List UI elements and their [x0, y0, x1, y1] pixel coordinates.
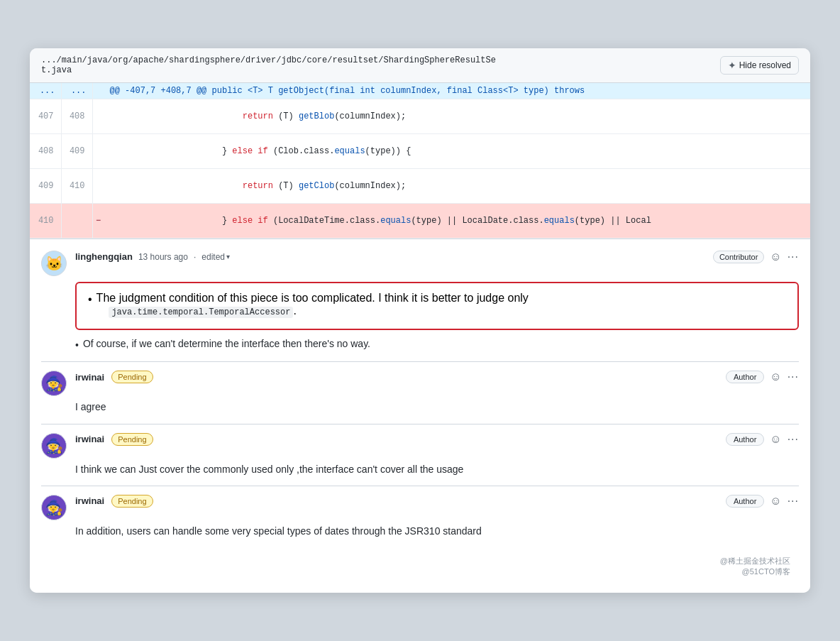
reply-3-header: 🧙 irwinai Pending Author ☺ ··· — [41, 495, 799, 520]
comment-body-2: • Of course, if we can't determine the i… — [75, 336, 799, 353]
main-comment-header: 🐱 linghengqian 13 hours ago · edited ▾ C… — [41, 251, 799, 276]
line-num-old: 409 — [30, 168, 61, 203]
file-path: .../main/java/org/apache/shardingsphere/… — [41, 55, 496, 75]
hide-resolved-button[interactable]: ✦ Hide resolved — [720, 56, 799, 75]
bullet-dot: • — [88, 293, 92, 306]
avatar-emoji-3: 🧙 — [45, 499, 63, 516]
reply-1-more-options-button[interactable]: ··· — [788, 371, 799, 383]
contributor-badge: Contributor — [713, 251, 764, 263]
reply-3-more-options-button[interactable]: ··· — [788, 495, 799, 508]
diff-hunk-row: ... ... @@ -407,7 +408,7 @@ public <T> T… — [30, 83, 810, 99]
reply-2-more-options-button[interactable]: ··· — [788, 433, 799, 446]
line-num-new: 409 — [61, 133, 92, 168]
reply-3: 🧙 irwinai Pending Author ☺ ··· In additi… — [41, 495, 799, 539]
comment-section: 🐱 linghengqian 13 hours ago · edited ▾ C… — [30, 239, 810, 593]
inline-code: java.time.temporal.TemporalAccessor — [109, 307, 293, 318]
avatar-emoji-1: 🧙 — [45, 375, 63, 392]
reply-1-emoji-button[interactable]: ☺ — [770, 371, 781, 383]
reply-2-author-badge: Author — [726, 433, 764, 446]
diff-row: 408 409 } else if (Clob.class.equals(typ… — [30, 133, 810, 168]
reply-2-meta: irwinai Pending Author ☺ ··· — [75, 433, 799, 446]
reply-3-emoji-button[interactable]: ☺ — [770, 495, 781, 508]
reply-3-meta: irwinai Pending Author ☺ ··· — [75, 495, 799, 508]
comment-user-row: linghengqian 13 hours ago · edited ▾ Con… — [75, 251, 799, 263]
comment-timestamp: 13 hours ago — [138, 252, 188, 262]
watermark: @稀土掘金技术社区 @51CTO博客 — [41, 544, 799, 581]
reply-2-emoji-button[interactable]: ☺ — [770, 433, 781, 446]
line-num-new: ... — [61, 83, 92, 99]
comment-actions: Contributor ☺ ··· — [713, 251, 799, 263]
reply-2-username: irwinai — [75, 434, 104, 444]
reply-1-user-info: irwinai Pending — [75, 371, 153, 383]
hunk-header: @@ -407,7 +408,7 @@ public <T> T getObje… — [104, 83, 811, 99]
divider-3 — [41, 486, 799, 486]
bullet-item-1: • The judgment condition of this piece i… — [88, 292, 786, 317]
comment-separator: · — [194, 252, 196, 262]
reply-2-body: I think we can Just cover the commonly u… — [75, 461, 799, 477]
hide-resolved-label: Hide resolved — [739, 60, 791, 70]
reply-1-header: 🧙 irwinai Pending Author ☺ ··· — [41, 371, 799, 396]
reply-2: 🧙 irwinai Pending Author ☺ ··· I think w… — [41, 433, 799, 477]
hide-resolved-icon: ✦ — [728, 60, 736, 71]
reply-1: 🧙 irwinai Pending Author ☺ ··· I agree — [41, 371, 799, 415]
line-num-old: ... — [30, 83, 61, 99]
reply-1-actions: Author ☺ ··· — [726, 371, 799, 383]
bullet-item-2: • Of course, if we can't determine the i… — [75, 336, 799, 353]
diff-deleted-row: 410 − } else if (LocalDateTime.class.equ… — [30, 203, 810, 238]
avatar-emoji-2: 🧙 — [45, 437, 63, 454]
reply-2-header: 🧙 irwinai Pending Author ☺ ··· — [41, 433, 799, 459]
reply-3-actions: Author ☺ ··· — [726, 495, 799, 508]
diff-row: 407 408 return (T) getBlob(columnIndex); — [30, 99, 810, 133]
avatar-emoji: 🐱 — [45, 255, 63, 272]
reply-3-username: irwinai — [75, 495, 104, 506]
reply-1-author-badge: Author — [726, 371, 764, 383]
line-num-new: 408 — [61, 99, 92, 133]
reply-2-actions: Author ☺ ··· — [726, 433, 799, 446]
bullet2-text: Of course, if we can't determine the int… — [83, 336, 370, 351]
reply-3-pending-badge: Pending — [111, 495, 153, 508]
bullet1-text: The judgment condition of this piece is … — [96, 292, 529, 317]
reply-1-username: irwinai — [75, 372, 104, 383]
reply-2-user-info: irwinai Pending — [75, 433, 153, 446]
reply-1-meta: irwinai Pending Author ☺ ··· — [75, 371, 799, 383]
reply-1-body: I agree — [75, 399, 799, 415]
avatar-irwinai-3: 🧙 — [41, 495, 67, 520]
avatar-irwinai-1: 🧙 — [41, 371, 67, 396]
reply-2-pending-badge: Pending — [111, 433, 153, 446]
file-header: .../main/java/org/apache/shardingsphere/… — [30, 48, 810, 83]
comment-username: linghengqian — [75, 251, 133, 262]
line-num-old: 408 — [30, 133, 61, 168]
comment-user-info: linghengqian 13 hours ago · edited ▾ — [75, 251, 230, 262]
more-options-button[interactable]: ··· — [788, 251, 799, 263]
bullet-dot-2: • — [75, 337, 79, 353]
reply-3-author-badge: Author — [726, 495, 764, 508]
chevron-down-icon: ▾ — [226, 253, 230, 261]
emoji-reaction-button[interactable]: ☺ — [770, 251, 781, 263]
line-num-old: 410 — [30, 203, 61, 238]
avatar-irwinai-2: 🧙 — [41, 433, 67, 459]
reply-1-pending-badge: Pending — [111, 371, 153, 383]
edited-label[interactable]: edited ▾ — [201, 252, 230, 262]
line-num-new: 410 — [61, 168, 92, 203]
reply-3-body: In addition, users can handle some very … — [75, 523, 799, 539]
divider-1 — [41, 361, 799, 362]
reply-3-user-info: irwinai Pending — [75, 495, 153, 508]
diff-row: 409 410 return (T) getClob(columnIndex); — [30, 168, 810, 203]
main-comment-meta: linghengqian 13 hours ago · edited ▾ Con… — [75, 251, 799, 263]
line-num-old: 407 — [30, 99, 61, 133]
avatar-linghengqian: 🐱 — [41, 251, 67, 276]
divider-2 — [41, 424, 799, 424]
diff-table: ... ... @@ -407,7 +408,7 @@ public <T> T… — [30, 83, 810, 239]
line-num-new — [61, 203, 92, 238]
main-card: .../main/java/org/apache/shardingsphere/… — [30, 48, 810, 593]
highlighted-comment-box: • The judgment condition of this piece i… — [75, 282, 799, 330]
